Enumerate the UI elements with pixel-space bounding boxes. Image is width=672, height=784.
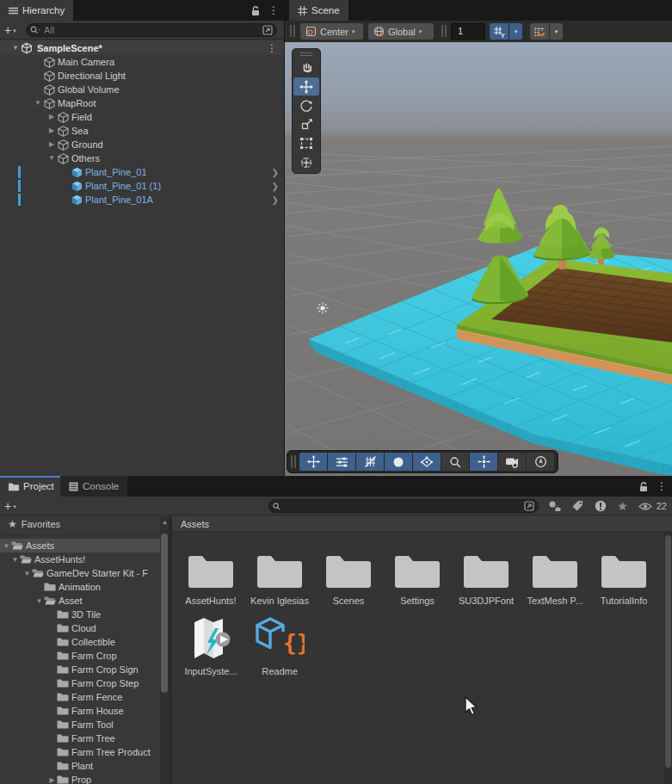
shading-mode-button[interactable] — [385, 453, 412, 471]
tools-overlay-handle[interactable] — [293, 50, 319, 59]
asset-item[interactable]: Settings — [385, 542, 450, 606]
lock-icon[interactable] — [250, 5, 261, 16]
project-tree-row[interactable]: Farm House — [0, 704, 160, 718]
tool-handle-position-dropdown[interactable]: Center ▾ — [300, 23, 363, 40]
asset-item[interactable]: SU3DJPFont — [453, 542, 519, 606]
prefab-open-chevron-icon[interactable]: ❯ — [272, 168, 279, 177]
asset-item[interactable]: InputSyste... — [178, 613, 244, 676]
hierarchy-row[interactable]: ▶Sea — [0, 124, 284, 138]
project-tree-row[interactable]: ▶Prop — [0, 773, 160, 784]
assets-breadcrumb[interactable]: Assets — [172, 516, 672, 532]
asset-item[interactable]: Scenes — [316, 542, 381, 606]
snap-move-button[interactable] — [470, 453, 497, 471]
hierarchy-row[interactable]: Main Camera — [0, 55, 284, 69]
sun-gizmo[interactable] — [318, 303, 329, 314]
project-tree-row[interactable]: ▼Assets — [0, 539, 160, 553]
grid-visibility-dropdown[interactable]: ▾ — [509, 23, 522, 40]
snap-increment-button[interactable] — [530, 23, 549, 40]
tool-handle-rotation-dropdown[interactable]: Global ▾ — [368, 23, 434, 40]
transform-tool-button[interactable] — [293, 153, 319, 171]
project-tree-row[interactable]: ▼AssetHunts! — [0, 553, 160, 566]
hierarchy-row[interactable]: Global Volume — [0, 83, 284, 96]
grid-size-field[interactable]: 1 — [451, 23, 485, 40]
expander-icon[interactable]: ▶ — [47, 776, 57, 784]
tab-console[interactable]: Console — [60, 476, 127, 497]
prefab-open-chevron-icon[interactable]: ❯ — [272, 182, 279, 191]
hierarchy-row[interactable]: Plant_Pine_01❯ — [0, 165, 284, 179]
hierarchy-row[interactable]: Plant_Pine_01A❯ — [0, 193, 284, 207]
camera-overlay-button[interactable] — [498, 453, 526, 471]
snap-increment-dropdown[interactable]: ▾ — [550, 23, 563, 40]
hierarchy-row[interactable]: ▼MapRoot — [0, 96, 284, 110]
gizmos-button[interactable] — [413, 453, 441, 471]
project-search-input[interactable] — [268, 499, 539, 513]
rotate-tool-button[interactable] — [293, 96, 319, 114]
project-add-button[interactable]: +▾ — [4, 498, 16, 514]
hierarchy-add-button[interactable]: +▾ — [4, 22, 16, 38]
project-tree-row[interactable]: Farm Fence — [0, 690, 160, 704]
tool-settings-button[interactable] — [328, 453, 355, 471]
navigation-overlay-button[interactable] — [527, 453, 554, 471]
scene-row-menu-icon[interactable]: ⋮ — [267, 43, 277, 53]
expander-icon[interactable]: ▶ — [46, 138, 57, 151]
project-tree-row[interactable]: Farm Tree — [0, 732, 160, 745]
hierarchy-row[interactable]: Plant_Pine_01 (1)❯ — [0, 179, 284, 193]
grid-snapping-button[interactable] — [356, 453, 384, 471]
scene-header-row[interactable]: ▼ SampleScene* ⋮ — [0, 40, 284, 55]
move-overlay-button[interactable] — [299, 453, 327, 471]
expander-icon[interactable]: ▼ — [2, 542, 11, 550]
favorites-star-icon[interactable]: ★ — [617, 500, 628, 512]
expander-icon[interactable]: ▼ — [33, 96, 43, 110]
project-tree-row[interactable]: 3D Tile — [0, 608, 160, 621]
expander-icon[interactable]: ▼ — [46, 151, 57, 165]
rect-tool-button[interactable] — [293, 134, 319, 152]
tab-scene[interactable]: Scene — [289, 0, 348, 21]
project-tree-row[interactable]: ▼Asset — [0, 594, 160, 608]
scrollbar-thumb[interactable] — [161, 534, 168, 693]
hierarchy-menu-icon[interactable]: ⋮ — [268, 5, 279, 15]
search-overlay-button[interactable] — [441, 453, 469, 471]
popout-icon[interactable] — [524, 501, 534, 511]
asset-item[interactable]: TutorialInfo — [591, 542, 657, 606]
search-by-type-icon[interactable] — [548, 500, 562, 512]
project-tree-row[interactable]: ▼GameDev Starter Kit - F — [0, 566, 160, 580]
toolbar-drag-handle[interactable] — [290, 25, 295, 37]
project-tree-row[interactable]: Cloud — [0, 621, 160, 635]
expander-icon[interactable]: ▼ — [10, 556, 20, 564]
favorites-section[interactable]: ★ Favorites — [0, 516, 169, 531]
asset-item[interactable]: TextMesh P... — [522, 542, 588, 606]
project-tree-row[interactable]: Farm Crop Sign — [0, 663, 160, 676]
assets-scrollbar[interactable] — [664, 532, 672, 784]
prefab-open-chevron-icon[interactable]: ❯ — [272, 195, 279, 205]
hierarchy-row[interactable]: ▶Ground — [0, 138, 284, 151]
scene-viewport[interactable] — [285, 42, 672, 476]
move-tool-button[interactable] — [293, 77, 319, 96]
grid-visibility-button[interactable]: Y — [490, 23, 509, 40]
lock-icon[interactable] — [638, 481, 649, 492]
asset-item[interactable]: Kevin Iglesias — [247, 542, 312, 606]
expander-icon[interactable]: ▶ — [46, 110, 57, 124]
tab-project[interactable]: Project — [0, 476, 63, 497]
overlay-drag-handle[interactable] — [291, 455, 296, 468]
hierarchy-search-input[interactable]: All — [26, 23, 277, 37]
search-by-label-icon[interactable] — [572, 500, 584, 512]
asset-item[interactable]: AssetHunts! — [178, 542, 244, 606]
expander-icon[interactable]: ▼ — [22, 570, 32, 577]
project-tree-row[interactable]: Collectible — [0, 635, 160, 649]
hand-tool-button[interactable] — [293, 59, 319, 77]
scene-expander-icon[interactable]: ▼ — [10, 44, 21, 52]
scrollbar-thumb[interactable] — [665, 535, 671, 768]
hierarchy-row[interactable]: ▶Field — [0, 110, 284, 124]
asset-item[interactable]: {}Readme — [247, 613, 312, 676]
popout-icon[interactable] — [262, 25, 273, 35]
project-tree-row[interactable]: Farm Crop Step — [0, 676, 160, 690]
scroll-up-icon[interactable]: ▲ — [162, 519, 168, 525]
expander-icon[interactable]: ▶ — [46, 124, 57, 138]
scale-tool-button[interactable] — [293, 115, 319, 133]
project-tree-row[interactable]: Plant — [0, 759, 160, 773]
project-tree-row[interactable]: Farm Tree Product — [0, 745, 160, 759]
hierarchy-row[interactable]: ▼Others — [0, 151, 284, 165]
project-tree-row[interactable]: Animation — [0, 580, 160, 594]
hidden-count[interactable]: 22 — [638, 501, 667, 511]
project-tree-row[interactable]: Farm Tool — [0, 718, 160, 732]
